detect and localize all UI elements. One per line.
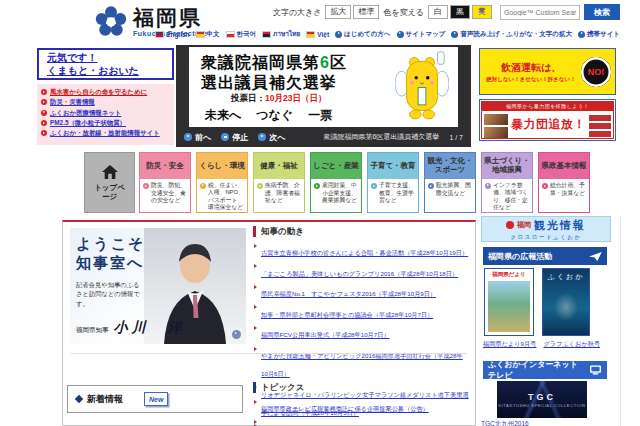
governor-name: 小川 洋 <box>114 319 186 337</box>
new-info-box[interactable]: 新着情報 New <box>67 385 243 413</box>
language-links: English 中文 한국어 ภาษาไทย <box>155 29 329 39</box>
color-scheme-button[interactable]: 白 <box>428 5 448 19</box>
tourism-banner-title: 観光情報 <box>534 218 586 233</box>
new-badge-icon: New <box>144 392 168 406</box>
emergency-link[interactable]: ふくおか・放射線・放射能情報サイト <box>41 129 172 136</box>
nav-tab[interactable]: 健康・福祉 疾病予防、介護、障害者福祉など <box>253 152 305 213</box>
emergency-link[interactable]: 風水害から自らの命を守るために <box>41 88 172 95</box>
header-utility-link[interactable]: 音声読み上げ・ふりがな・文字の拡大 <box>451 30 572 39</box>
pr-section-header: 福岡県の広報活動 <box>483 247 607 265</box>
search-input[interactable] <box>500 5 580 20</box>
fukuoka-flower-icon <box>94 5 128 39</box>
kumamoto-banner-line1: 元気です！ <box>47 51 172 64</box>
new-info-label: 新着情報 <box>87 393 123 406</box>
main-carousel: 衆議院福岡県第6区 選出議員補欠選挙 投票日：10月23日（日） 未来へつなぐ一… <box>176 45 471 147</box>
magazine-cover-dayori[interactable]: 福岡県だより <box>484 268 534 336</box>
nav-tab[interactable]: しごと・産業 雇用対策、中小企業支援、農業振興など <box>310 152 362 213</box>
nav-tab[interactable]: 防災・安全 防災、防犯、交通安全、食の安全など <box>139 152 191 213</box>
arrow-circle-icon <box>451 31 458 38</box>
home-icon <box>101 164 119 180</box>
next-icon <box>258 133 266 141</box>
governor-move-link[interactable]: やまがた技能五輪・アビリンピック2016福岡県選手団壮行会（平成28年10月6日… <box>261 352 463 377</box>
gang-banner-captions <box>589 115 611 137</box>
bullet-arrow-icon <box>41 130 47 136</box>
nav-tab-home[interactable]: トップページ <box>84 152 135 213</box>
kumamoto-oita-banner[interactable]: 元気です！ くまもと・おおいた <box>37 48 174 80</box>
tgc-subtitle: KITAKYUSHU SPECIAL COLLECTION <box>498 403 585 408</box>
gang-banner-title: 暴力団追放！ <box>511 116 586 133</box>
bullet-arrow-icon <box>41 110 47 116</box>
emergency-link[interactable]: 防災・災害情報 <box>41 98 172 105</box>
header-utility-links: はじめての方へ サイトマップ 音声読み上げ・ふりがな・文字の拡大 携帯サイト <box>335 30 620 39</box>
drunk-driving-banner[interactable]: 飲酒運転は、 絶対しない！させない！許さない！ NO! <box>479 48 616 95</box>
font-size-button[interactable]: 標準 <box>353 5 379 19</box>
emergency-links-box: 風水害から自らの命を守るために 防災・災害情報 ふくおか医療情報ネット PM2.… <box>37 84 174 145</box>
prev-icon <box>184 133 192 141</box>
font-size-button[interactable]: 拡大 <box>325 5 351 19</box>
vote-date: 投票日：10月23日（日） <box>231 93 326 105</box>
arrow-circle-icon <box>232 330 241 339</box>
carousel-next-button[interactable]: 次へ <box>258 132 285 143</box>
tgc-video-thumbnail[interactable]: TGC KITAKYUSHU SPECIAL COLLECTION <box>497 381 587 418</box>
search-button[interactable]: 検索 <box>584 4 620 20</box>
nav-tab[interactable]: 県政基本情報 総合計画、予算・決算など <box>538 152 590 213</box>
list-item: 福岡県FCV公用車出発式（平成28年10月7日） <box>253 323 469 341</box>
emergency-link[interactable]: ふくおか医療情報ネット <box>41 109 172 116</box>
arrow-circle-icon <box>578 31 585 38</box>
nav-tab[interactable]: くらし・環境 税、住まい、人権、NPO、パスポート、環境保全など <box>196 152 248 213</box>
bullet-arrow-icon <box>41 120 47 126</box>
slide-slogan: 未来へつなぐ一票 <box>205 107 332 124</box>
language-link[interactable]: 한국어 <box>226 30 257 39</box>
governor-title: 福岡県知事 <box>76 326 109 335</box>
carousel-prev-button[interactable]: 前へ <box>184 132 211 143</box>
language-link[interactable]: English <box>155 31 189 38</box>
carousel-slide-election[interactable]: 衆議院福岡県第6区 選出議員補欠選挙 投票日：10月23日（日） 未来へつなぐ一… <box>189 47 458 127</box>
topic-link[interactable]: 福岡県県政テレビ広報業務委託に係る企画提案公募（公告） <box>261 405 429 412</box>
color-scheme-button[interactable]: 黒 <box>450 5 470 19</box>
drunk-driving-line1: 飲酒運転は、 <box>484 61 578 75</box>
governor-move-link[interactable]: 福岡県FCV公用車出発式（平成28年10月7日） <box>261 331 390 338</box>
governor-move-link[interactable]: 「まごころ製品」美味しいものグランプリ2016（平成28年10月18日） <box>261 270 458 277</box>
carousel-caption: 衆議院福岡県第6区選出議員補欠選挙 <box>323 132 439 142</box>
gang-banner-photos <box>484 114 508 138</box>
governor-move-link[interactable]: 古賀市立青柳小学校の皆さんによる合唱・募金活動（平成28年10月19日） <box>261 249 468 256</box>
header-utility-link[interactable]: はじめての方へ <box>335 30 390 39</box>
dayori-issue-link[interactable]: 福岡県だより9月号 <box>483 340 536 349</box>
graph-issue-link[interactable]: グラフふくおか秋号 <box>543 340 600 349</box>
topics-section: トピックス 福岡県県政テレビ広報業務委託に係る企画提案公募（公告）県有財産（土地… <box>253 382 469 426</box>
carousel-stop-button[interactable]: 停止 <box>221 132 248 143</box>
nav-tab[interactable]: 県土づくり・地域振興 インフラ整備、地域づくり、移住・定住など <box>481 152 533 213</box>
list-item: 「まごころ製品」美味しいものグランプリ2016（平成28年10月18日） <box>253 262 469 280</box>
governor-move-link[interactable]: 県民幸福度No.1 すこやかフェスタ2016（平成28年10月9日） <box>261 290 436 297</box>
nav-tab[interactable]: 子育て・教育 子育て支援、教育、生涯学習など <box>367 152 419 213</box>
tv-icon <box>589 365 602 375</box>
header-utility-link[interactable]: 携帯サイト <box>578 30 620 39</box>
divider <box>71 353 467 354</box>
no-steering-wheel-icon: NO! <box>581 57 611 87</box>
diamond-icon <box>75 395 83 403</box>
emergency-link[interactable]: PM2.5（微小粒子状物質） <box>41 119 172 126</box>
language-bar: English 中文 한국어 ภาษาไทย <box>155 29 620 39</box>
arrow-circle-icon <box>485 183 491 189</box>
governor-room-panel[interactable]: ようこそ 知事室へ 記者会見や知事のふるさと訪問などの情報です。 福岡県知事 小… <box>70 228 246 344</box>
nav-tab[interactable]: 観光・文化・スポーツ 観光振興、国際交流など <box>424 152 476 213</box>
governor-move-link[interactable]: 知事・県幹部と県町村会理事との協議会（平成28年10月7日） <box>261 311 433 318</box>
page: 福岡県 Fukuoka Prefecture 文字の大きさ 拡大標準 色を変える… <box>0 0 640 426</box>
color-scheme-button[interactable]: 黄 <box>472 5 492 19</box>
tgc-title: TGC <box>528 392 556 402</box>
drunk-driving-line2: 絶対しない！させない！許さない！ <box>484 76 578 83</box>
arrow-circle-icon <box>335 31 342 38</box>
list-item: 県民幸福度No.1 すこやかフェスタ2016（平成28年10月9日） <box>253 282 469 300</box>
magazine-cover-fukuoka[interactable]: ふくおか <box>542 268 590 336</box>
gang-eradication-banner[interactable]: 福岡県から暴力団を排除しよう！ 暴力団追放！ <box>479 99 616 141</box>
language-link[interactable]: Việt <box>306 31 329 38</box>
internet-tv-header: ふくおかインターネットテレビ <box>483 361 607 379</box>
header-utility-link[interactable]: サイトマップ <box>397 30 446 39</box>
language-link[interactable]: ภาษาไทย <box>262 29 300 39</box>
flag-icon <box>196 31 205 38</box>
tourism-banner[interactable]: 福岡 観光情報 クロスロードふくおか <box>481 216 611 242</box>
tgc-video-link[interactable]: TGC北九州2016 <box>481 420 529 426</box>
tourism-banner-subtitle: クロスロードふくおか <box>510 234 581 241</box>
tourism-banner-pre: 福岡 <box>517 220 531 230</box>
language-link[interactable]: 中文 <box>196 30 220 39</box>
